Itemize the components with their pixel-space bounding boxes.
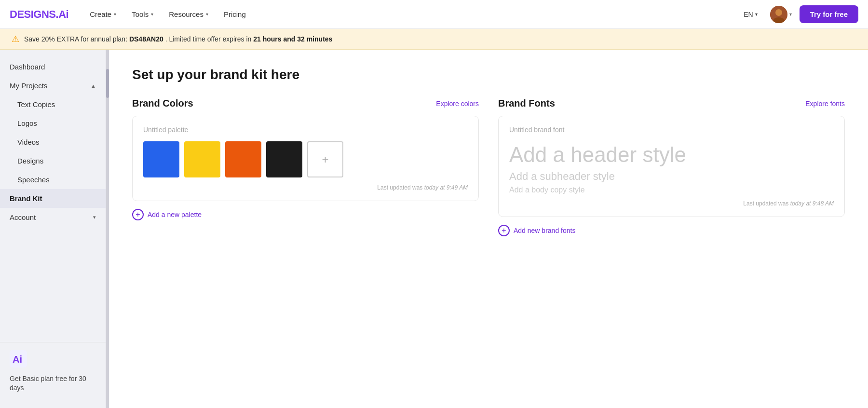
banner-text: Save 20% EXTRA for annual plan: DS48AN20… <box>24 35 332 43</box>
font-header-preview: Add a header style <box>509 143 834 166</box>
brand-colors-card: Untitled palette + Last updated was toda… <box>132 116 479 201</box>
warning-icon: ⚠ <box>12 34 19 44</box>
chevron-down-icon: ▾ <box>206 12 208 17</box>
nav-create[interactable]: Create ▾ <box>83 6 123 22</box>
sidebar-item-logos[interactable]: Logos <box>0 114 106 133</box>
sidebar-item-designs[interactable]: Designs <box>0 151 106 170</box>
color-swatch-black[interactable] <box>266 141 302 177</box>
chevron-down-icon: ▾ <box>755 12 758 17</box>
nav-menu: Create ▾ Tools ▾ Resources ▾ Pricing <box>83 6 739 22</box>
fonts-timestamp: Last updated was today at 9:48 AM <box>509 200 834 207</box>
language-selector[interactable]: EN ▾ <box>739 8 762 21</box>
main-content: Set up your brand kit here Brand Colors … <box>109 50 868 408</box>
sidebar-promo-section: Ai Get Basic plan free for 30 days <box>0 342 106 401</box>
sidebar-item-brand-kit[interactable]: Brand Kit <box>0 189 106 208</box>
color-swatch-yellow[interactable] <box>184 141 220 177</box>
brand-colors-section: Brand Colors Explore colors Untitled pal… <box>132 98 479 236</box>
avatar <box>770 6 787 23</box>
palette-name: Untitled palette <box>143 126 468 134</box>
brand-sections: Brand Colors Explore colors Untitled pal… <box>132 98 845 236</box>
nav-tools[interactable]: Tools ▾ <box>125 6 160 22</box>
logo[interactable]: DESIGNS.Ai <box>10 8 68 21</box>
sidebar-item-dashboard[interactable]: Dashboard <box>0 57 106 76</box>
brand-fonts-header: Brand Fonts Explore fonts <box>498 98 845 109</box>
sidebar-item-text-copies[interactable]: Text Copies <box>0 95 106 114</box>
nav-resources[interactable]: Resources ▾ <box>162 6 215 22</box>
brand-fonts-card: Untitled brand font Add a header style A… <box>498 116 845 217</box>
sidebar-logo: Ai <box>10 350 96 369</box>
brand-fonts-section: Brand Fonts Explore fonts Untitled brand… <box>498 98 845 236</box>
chevron-up-icon: ▲ <box>91 83 96 89</box>
font-body-preview: Add a body copy style <box>509 186 834 194</box>
nav-pricing[interactable]: Pricing <box>217 6 253 22</box>
main-layout: Dashboard My Projects ▲ Text Copies Logo… <box>0 50 868 408</box>
chevron-down-icon: ▾ <box>789 12 792 17</box>
sidebar-item-videos[interactable]: Videos <box>0 133 106 151</box>
promo-banner: ⚠ Save 20% EXTRA for annual plan: DS48AN… <box>0 29 868 50</box>
user-avatar-button[interactable]: ▾ <box>768 4 794 25</box>
chevron-down-icon: ▾ <box>151 12 153 17</box>
explore-colors-link[interactable]: Explore colors <box>436 100 479 108</box>
page-title: Set up your brand kit here <box>132 67 845 82</box>
brand-colors-title: Brand Colors <box>132 98 193 109</box>
add-palette-button[interactable]: + Add a new palette <box>132 209 479 220</box>
add-fonts-icon: + <box>498 225 510 236</box>
sidebar-item-account[interactable]: Account ▾ <box>0 208 106 227</box>
chevron-down-icon: ▾ <box>114 12 116 17</box>
scrollbar-thumb <box>106 69 109 98</box>
color-swatches: + <box>143 141 468 177</box>
color-swatch-orange[interactable] <box>225 141 261 177</box>
explore-fonts-link[interactable]: Explore fonts <box>805 100 845 108</box>
svg-point-1 <box>775 9 782 16</box>
sidebar-scrollbar <box>106 50 109 408</box>
add-color-button[interactable]: + <box>307 141 343 177</box>
sidebar-item-speeches[interactable]: Speeches <box>0 170 106 189</box>
navbar-right: EN ▾ ▾ Try for free <box>739 4 858 25</box>
add-fonts-button[interactable]: + Add new brand fonts <box>498 225 845 236</box>
sidebar-promo-text: Get Basic plan free for 30 days <box>10 374 96 393</box>
font-name: Untitled brand font <box>509 126 834 134</box>
chevron-down-icon: ▾ <box>93 214 96 220</box>
svg-text:Ai: Ai <box>13 354 22 365</box>
sidebar-item-my-projects[interactable]: My Projects ▲ <box>0 76 106 95</box>
sidebar: Dashboard My Projects ▲ Text Copies Logo… <box>0 50 106 408</box>
add-palette-icon: + <box>132 209 144 220</box>
brand-colors-header: Brand Colors Explore colors <box>132 98 479 109</box>
brand-fonts-title: Brand Fonts <box>498 98 555 109</box>
font-previews: Add a header style Add a subheader style… <box>509 141 834 200</box>
colors-timestamp: Last updated was today at 9:49 AM <box>143 184 468 191</box>
color-swatch-blue[interactable] <box>143 141 179 177</box>
font-subheader-preview: Add a subheader style <box>509 170 834 183</box>
navbar: DESIGNS.Ai Create ▾ Tools ▾ Resources ▾ … <box>0 0 868 29</box>
try-for-free-button[interactable]: Try for free <box>800 5 858 23</box>
